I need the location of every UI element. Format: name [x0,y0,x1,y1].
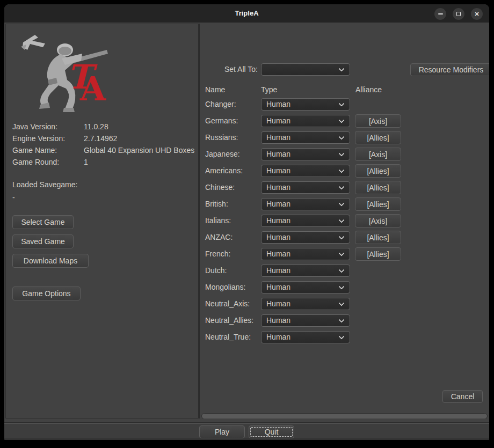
player-row: Americans: Human [Allies] [200,165,489,178]
chevron-down-icon [338,183,344,189]
player-type-select[interactable]: Human [261,248,350,260]
player-type-select[interactable]: Human [261,165,350,177]
player-row: Chinese: Human [Allies] [200,181,489,195]
java-version-row: Java Version: 11.0.28 [6,121,198,133]
player-type-value: Human [266,115,290,127]
close-button[interactable]: ✕ [471,8,483,20]
player-row: Neutral_Allies: Human [200,314,489,328]
chevron-down-icon [338,65,344,71]
title-bar[interactable]: TripleA ✕ [4,4,489,23]
game-options-button[interactable]: Game Options [12,287,81,300]
quit-button[interactable]: Quit [249,425,294,438]
player-type-select[interactable]: Human [261,215,350,227]
play-button[interactable]: Play [199,425,245,438]
maximize-button[interactable] [453,8,464,20]
game-round-label: Game Round: [12,156,59,168]
chevron-down-icon [338,167,344,173]
download-maps-button[interactable]: Download Maps [12,254,89,268]
player-name-label: Italians: [205,215,231,227]
column-header-alliance: Alliance [355,84,382,95]
game-round-value: 1 [84,156,88,168]
player-type-select[interactable]: Human [261,314,350,327]
chevron-down-icon [338,300,344,306]
column-header-name: Name [205,84,225,95]
game-name-value: Global 40 Expansion UHD Boxes [84,144,194,156]
game-round-row: Game Round: 1 [6,156,198,168]
player-name-label: Chinese: [205,181,235,194]
triplea-window: TripleA ✕ T A [4,4,489,440]
player-type-value: Human [266,232,290,243]
alliance-button[interactable]: [Allies] [355,131,401,144]
alliance-button[interactable]: [Axis] [355,114,401,128]
player-type-value: Human [266,215,290,226]
engine-version-label: Engine Version: [12,133,65,144]
player-row: Germans: Human [Axis] [200,115,489,128]
bottom-action-bar: Play Quit [4,423,489,440]
player-type-value: Human [266,132,290,143]
alliance-button[interactable]: [Allies] [355,181,401,194]
alliance-button[interactable]: [Axis] [355,148,401,161]
alliance-button[interactable]: [Allies] [355,231,401,244]
player-name-label: British: [205,198,228,210]
window-title: TripleA [4,4,489,23]
alliance-button[interactable]: [Allies] [355,247,401,261]
minimize-button[interactable] [434,8,446,20]
alliance-button[interactable]: [Axis] [355,214,401,227]
player-type-value: Human [266,248,290,260]
logo-letter-a: A [79,69,106,108]
player-type-select[interactable]: Human [261,98,350,111]
player-name-label: Dutch: [205,265,227,277]
player-type-select[interactable]: Human [261,331,350,343]
chevron-down-icon [338,250,344,256]
player-type-select[interactable]: Human [261,115,350,127]
saved-game-button[interactable]: Saved Game [12,234,74,248]
player-type-select[interactable]: Human [261,181,350,194]
alliance-button[interactable]: [Allies] [355,197,401,211]
player-type-select[interactable]: Human [261,265,350,277]
game-info-panel: T A Java Version: 11.0.28 Engine Version… [5,24,199,418]
chevron-down-icon [338,100,344,106]
chevron-down-icon [338,267,344,273]
player-type-value: Human [266,265,290,276]
player-type-value: Human [266,199,290,210]
player-type-select[interactable]: Human [261,131,350,144]
player-name-label: Germans: [205,115,238,127]
player-type-select[interactable]: Human [261,198,350,210]
player-name-label: Changer: [205,98,236,111]
set-all-to-select[interactable] [261,63,350,76]
player-type-select[interactable]: Human [261,281,350,293]
chevron-down-icon [338,200,344,206]
airplane-icon [21,35,45,50]
select-game-button[interactable]: Select Game [12,215,74,229]
java-version-value: 11.0.28 [84,121,108,133]
horizontal-scrollbar-thumb[interactable] [201,413,488,418]
chevron-down-icon [338,217,344,223]
alliance-button[interactable]: [Allies] [355,164,401,178]
player-type-value: Human [266,99,290,110]
player-name-label: Americans: [205,165,243,177]
game-name-label: Game Name: [12,144,57,156]
player-type-value: Human [266,182,290,193]
chevron-down-icon [338,333,344,339]
chevron-down-icon [338,283,344,289]
player-type-select[interactable]: Human [261,298,350,310]
resource-modifiers-button[interactable]: Resource Modifiers [410,63,489,76]
engine-version-row: Engine Version: 2.7.14962 [6,133,198,144]
player-type-select[interactable]: Human [261,148,350,160]
player-name-label: French: [205,248,230,260]
player-type-value: Human [266,165,290,177]
maximize-icon [456,12,461,16]
player-name-label: Mongolians: [205,281,246,293]
player-type-value: Human [266,149,290,160]
player-row: Italians: Human [Axis] [200,215,489,228]
player-row: Russians: Human [Allies] [200,131,489,145]
player-name-label: Neutral_Allies: [205,314,253,327]
loaded-savegame-label: Loaded Savegame: [12,179,77,190]
cancel-button[interactable]: Cancel [442,390,483,403]
player-row: ANZAC: Human [Allies] [200,231,489,245]
player-row: Japanese: Human [Axis] [200,148,489,161]
chevron-down-icon [338,117,344,123]
player-type-select[interactable]: Human [261,231,350,244]
column-header-type: Type [261,84,277,95]
player-name-label: ANZAC: [205,231,233,244]
